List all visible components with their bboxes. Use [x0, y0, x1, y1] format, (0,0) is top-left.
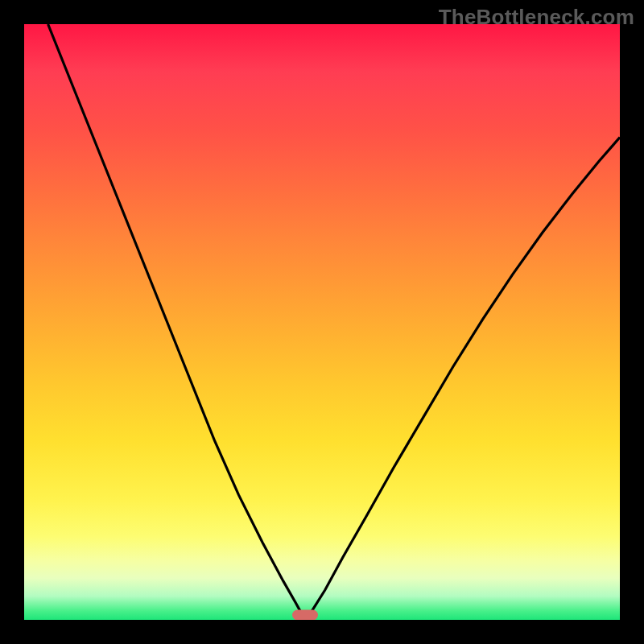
- chart-frame: TheBottleneck.com: [0, 0, 644, 644]
- plot-area: [24, 24, 620, 620]
- curve-path: [48, 24, 620, 620]
- bottleneck-marker: [292, 610, 318, 620]
- watermark-text: TheBottleneck.com: [439, 5, 634, 30]
- bottleneck-curve: [24, 24, 620, 620]
